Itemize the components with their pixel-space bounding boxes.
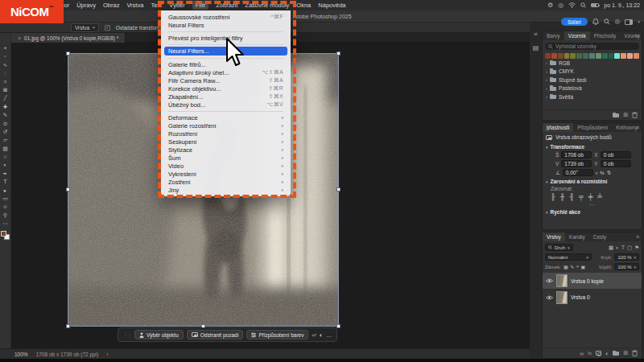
eyedropper-tool-icon[interactable]: ╱: [4, 94, 7, 102]
spotlight-icon[interactable]: [580, 2, 586, 8]
menu-obraz[interactable]: Obraz: [103, 2, 119, 9]
menu-vyber[interactable]: Výběr: [169, 2, 185, 9]
preset-dropdown[interactable]: Vrstva ▾: [71, 23, 99, 32]
layer-effects-icon[interactable]: fx: [588, 351, 592, 356]
transform-handle[interactable]: [336, 187, 341, 191]
swatch[interactable]: [564, 53, 570, 59]
adjustment-layer-icon[interactable]: ◐: [605, 351, 609, 356]
layer-thumbnail[interactable]: [556, 291, 568, 304]
discover-icon[interactable]: ◎: [615, 19, 621, 25]
swatch[interactable]: [545, 53, 551, 59]
hand-tool-icon[interactable]: ∪: [3, 203, 7, 211]
pen-tool-icon[interactable]: ✒: [3, 170, 7, 178]
menu-item-blur[interactable]: Rozostření›: [161, 130, 291, 138]
menu-item-render[interactable]: Vykreslení›: [161, 170, 291, 178]
frame-tool-icon[interactable]: ⊠: [3, 86, 7, 94]
move-tool-icon[interactable]: ⌖: [4, 44, 7, 52]
menu-item-vanishing-point[interactable]: Úběžný bod...⌥⌘V: [161, 101, 291, 109]
layer-thumbnail[interactable]: [556, 274, 568, 287]
width-field[interactable]: 1708 ob: [561, 151, 592, 158]
select-subject-button[interactable]: Výběr objektu: [134, 330, 184, 339]
path-selection-tool-icon[interactable]: ▸: [4, 187, 6, 195]
gradient-tool-icon[interactable]: ▨: [2, 145, 7, 153]
menu-text[interactable]: Text: [151, 2, 162, 9]
swatch-group-grayscale[interactable]: ›Stupně šedi: [543, 76, 642, 84]
filter-type-icon[interactable]: T: [621, 245, 625, 251]
object-selection-tool-icon[interactable]: ◌: [4, 69, 7, 77]
marquee-tool-icon[interactable]: ▫: [4, 52, 6, 60]
menu-item-camera-raw[interactable]: Filtr Camera Raw...⇧⌘A: [161, 76, 291, 84]
align-more-icon[interactable]: ···: [543, 202, 642, 208]
disclosure-icon[interactable]: ›: [546, 69, 547, 74]
history-brush-tool-icon[interactable]: ↺: [3, 128, 7, 136]
trash-icon[interactable]: [632, 350, 638, 356]
adjust-colors-button[interactable]: Přizpůsobení barev: [246, 330, 308, 339]
panel-menu-icon[interactable]: ≡: [636, 123, 639, 132]
y-field[interactable]: 0 ob: [601, 160, 631, 167]
swatch[interactable]: [551, 53, 557, 59]
menu-zasuvne-moduly[interactable]: Zásuvné moduly: [245, 2, 289, 9]
swatch[interactable]: [602, 53, 608, 59]
foreground-color-chip[interactable]: [1, 231, 6, 237]
tab-prechody[interactable]: Přechody: [590, 31, 620, 40]
chevron-down-icon[interactable]: ▾: [596, 171, 598, 175]
link-layers-icon[interactable]: ∞: [580, 351, 584, 356]
swatch[interactable]: [627, 53, 633, 59]
menubar-clock[interactable]: po 1. 9., 13:22: [604, 2, 640, 8]
layer-name[interactable]: Vrstva 0 kopie: [571, 278, 604, 284]
menu-item-distort[interactable]: Deformace›: [161, 113, 291, 121]
swatch[interactable]: [570, 53, 576, 59]
menu-item-neural-filters-last[interactable]: Neural Filters: [161, 21, 291, 29]
type-tool-icon[interactable]: T: [4, 178, 7, 186]
zoom-level[interactable]: 100%: [14, 352, 28, 357]
swatch[interactable]: [614, 53, 620, 59]
control-center-icon[interactable]: ◎: [558, 2, 564, 9]
swatch[interactable]: [634, 53, 639, 59]
menu-item-liquify[interactable]: Zkapalnění...⇧⌘X: [161, 93, 291, 101]
menu-item-other[interactable]: Jiný›: [161, 186, 291, 194]
filter-shape-icon[interactable]: ▢: [627, 245, 632, 251]
taskbar-more-icon[interactable]: …: [326, 332, 332, 338]
lock-pixels-icon[interactable]: ✎: [570, 264, 574, 269]
align-top-icon[interactable]: ╤: [579, 193, 584, 200]
link-dimensions-icon[interactable]: 8: [546, 125, 549, 132]
menu-item-stylize[interactable]: Stylizace›: [161, 146, 291, 154]
collapse-panels-icon[interactable]: «: [534, 31, 537, 38]
comments-panel-icon[interactable]: ▤: [533, 44, 539, 51]
tab-vzornik[interactable]: Vzorník: [564, 31, 590, 40]
disclosure-icon[interactable]: ›: [546, 86, 547, 91]
blend-mode-dropdown[interactable]: Normální ▾: [545, 253, 592, 261]
align-center-v-icon[interactable]: ╪: [588, 193, 593, 200]
panel-menu-icon[interactable]: ≡: [636, 232, 639, 241]
quick-actions-header[interactable]: ▾ Rychlé akce: [543, 208, 642, 216]
layer-row-copy[interactable]: Vrstva 0 kopie: [543, 273, 642, 289]
swatch-group-rgb[interactable]: ›RGB: [543, 59, 642, 68]
new-group-icon[interactable]: [613, 352, 619, 356]
transform-handle[interactable]: [336, 51, 341, 56]
filter-adjustment-icon[interactable]: ◐: [616, 245, 619, 251]
clone-stamp-tool-icon[interactable]: ⊙: [3, 120, 7, 128]
color-chips[interactable]: [1, 231, 10, 240]
align-center-h-icon[interactable]: ╫: [560, 193, 565, 200]
adjustment-action-icon[interactable]: ◐: [320, 332, 323, 338]
wifi-icon[interactable]: [568, 2, 576, 8]
taskbar-drag-handle[interactable]: ⋮⋮: [123, 332, 131, 338]
visibility-eye-icon[interactable]: [546, 295, 553, 300]
crop-action-icon[interactable]: ▱: [312, 331, 316, 338]
align-left-icon[interactable]: ╟: [551, 193, 555, 200]
tab-vrstvy[interactable]: Vrstvy: [543, 232, 565, 241]
notifications-bell-icon[interactable]: [592, 19, 599, 26]
menu-napoveda[interactable]: Nápověda: [318, 2, 345, 9]
menu-item-blur-gallery[interactable]: Galerie rozostření›: [161, 121, 291, 130]
transform-handle[interactable]: [66, 187, 70, 191]
menu-item-filter-gallery[interactable]: Galerie filtrů...: [161, 60, 291, 68]
menu-item-neural-filters[interactable]: Neural Filters...: [164, 47, 287, 56]
menu-vrstva[interactable]: Vrstva: [126, 2, 143, 9]
document-tab[interactable]: × 01.jpg @ 100% (Vrstva 0 kopie,RGB/8) *: [11, 33, 126, 43]
layer-row-original[interactable]: Vrstva 0: [543, 289, 642, 305]
filter-type-dropdown[interactable]: Druh ▾: [545, 244, 573, 251]
menu-item-pixelate[interactable]: Seskupení›: [161, 138, 291, 146]
lasso-tool-icon[interactable]: ∿: [3, 61, 7, 69]
crop-tool-icon[interactable]: ⌗: [4, 78, 7, 86]
swatch-group-cmyk[interactable]: ›CMYK: [543, 68, 642, 76]
